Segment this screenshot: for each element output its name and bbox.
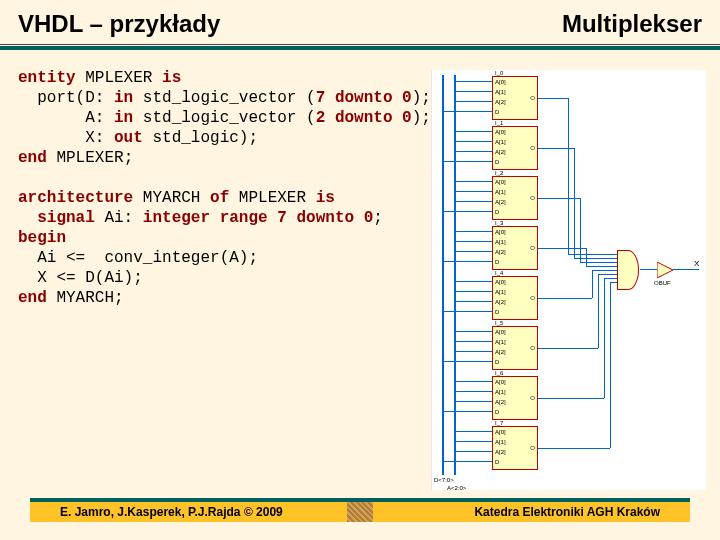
block-port-label: O <box>530 345 535 351</box>
block-port-label: D <box>495 459 499 465</box>
footer-logo-icon <box>347 502 373 522</box>
block-port-label: A[0] <box>495 279 506 285</box>
net-line <box>586 248 587 266</box>
decoder-block: I_6A[0]A[1]A[2]DO <box>492 376 538 420</box>
net-line <box>586 266 618 267</box>
block-port-label: A[1] <box>495 89 506 95</box>
kw-integer: integer <box>143 209 210 227</box>
net-line <box>538 98 568 99</box>
kw-range: range <box>220 209 268 227</box>
kw-entity: entity <box>18 69 76 87</box>
net-line <box>444 161 492 162</box>
block-port-label: A[0] <box>495 79 506 85</box>
kw-architecture: architecture <box>18 189 133 207</box>
block-instance-label: I_3 <box>495 220 503 226</box>
footer-left: E. Jamro, J.Kasperek, P.J.Rajda © 2009 <box>60 505 283 519</box>
block-port-label: A[0] <box>495 179 506 185</box>
kw-downto: downto <box>297 209 355 227</box>
kw-begin: begin <box>18 229 66 247</box>
net-line <box>456 381 492 382</box>
block-port-label: A[1] <box>495 339 506 345</box>
buffer-label: OBUF <box>654 280 671 286</box>
decoder-block: I_1A[0]A[1]A[2]DO <box>492 126 538 170</box>
net-line <box>456 401 492 402</box>
kw-in: in <box>114 109 133 127</box>
or-gate <box>617 250 649 290</box>
block-port-label: A[2] <box>495 249 506 255</box>
block-port-label: O <box>530 195 535 201</box>
net-or-to-buf <box>640 269 657 270</box>
net-line <box>456 331 492 332</box>
block-port-label: D <box>495 109 499 115</box>
net-line <box>456 301 492 302</box>
block-instance-label: I_5 <box>495 320 503 326</box>
kw-downto: downto <box>335 89 393 107</box>
kw-is: is <box>316 189 335 207</box>
net-line <box>456 351 492 352</box>
block-port-label: A[2] <box>495 449 506 455</box>
vhdl-code-block: entity MPLEXER is port(D: in std_logic_v… <box>18 68 431 308</box>
net-line <box>456 441 492 442</box>
kw-downto: downto <box>335 109 393 127</box>
net-line <box>580 198 581 262</box>
footer-bar: E. Jamro, J.Kasperek, P.J.Rajda © 2009 K… <box>30 498 690 522</box>
output-buffer-icon <box>657 262 673 278</box>
block-port-label: D <box>495 259 499 265</box>
kw-num: 7 <box>277 209 287 227</box>
block-port-label: A[1] <box>495 139 506 145</box>
svg-marker-0 <box>657 262 673 278</box>
block-port-label: A[2] <box>495 199 506 205</box>
block-port-label: D <box>495 359 499 365</box>
block-port-label: D <box>495 159 499 165</box>
block-port-label: A[0] <box>495 379 506 385</box>
block-instance-label: I_2 <box>495 170 503 176</box>
net-line <box>456 141 492 142</box>
net-line <box>444 461 492 462</box>
block-instance-label: I_4 <box>495 270 503 276</box>
decoder-block: I_4A[0]A[1]A[2]DO <box>492 276 538 320</box>
net-line <box>538 298 592 299</box>
net-line <box>538 348 598 349</box>
decoder-block: I_7A[0]A[1]A[2]DO <box>492 426 538 470</box>
net-line <box>456 151 492 152</box>
net-line <box>456 281 492 282</box>
decoder-block: I_2A[0]A[1]A[2]DO <box>492 176 538 220</box>
net-output <box>673 269 699 270</box>
block-port-label: O <box>530 295 535 301</box>
kw-of: of <box>210 189 229 207</box>
net-line <box>456 101 492 102</box>
net-line <box>456 201 492 202</box>
footer-right: Katedra Elektroniki AGH Kraków <box>474 505 660 519</box>
kw-num: 0 <box>402 109 412 127</box>
decoder-block: I_5A[0]A[1]A[2]DO <box>492 326 538 370</box>
net-line <box>598 274 618 275</box>
block-port-label: D <box>495 209 499 215</box>
block-port-label: A[1] <box>495 389 506 395</box>
net-line <box>538 398 604 399</box>
kw-num: 0 <box>364 209 374 227</box>
net-line <box>456 181 492 182</box>
schematic-diagram: D<7:0> A<2:0> I_0A[0]A[1]A[2]DOI_1A[0]A[… <box>431 70 706 490</box>
net-line <box>592 270 618 271</box>
kw-is: is <box>162 69 181 87</box>
block-instance-label: I_0 <box>495 70 503 76</box>
net-line <box>456 241 492 242</box>
net-line <box>456 251 492 252</box>
block-port-label: A[0] <box>495 229 506 235</box>
net-line <box>604 278 618 279</box>
net-line <box>574 148 575 258</box>
net-line <box>444 411 492 412</box>
bus-line-a <box>454 75 456 475</box>
decoder-block: I_3A[0]A[1]A[2]DO <box>492 226 538 270</box>
net-line <box>538 148 574 149</box>
kw-end: end <box>18 289 47 307</box>
bus-line-d <box>442 75 444 475</box>
net-line <box>456 91 492 92</box>
block-port-label: D <box>495 409 499 415</box>
block-instance-label: I_6 <box>495 370 503 376</box>
kw-num: 2 <box>316 109 326 127</box>
kw-end: end <box>18 149 47 167</box>
net-line <box>456 451 492 452</box>
block-port-label: A[1] <box>495 239 506 245</box>
kw-signal: signal <box>37 209 95 227</box>
